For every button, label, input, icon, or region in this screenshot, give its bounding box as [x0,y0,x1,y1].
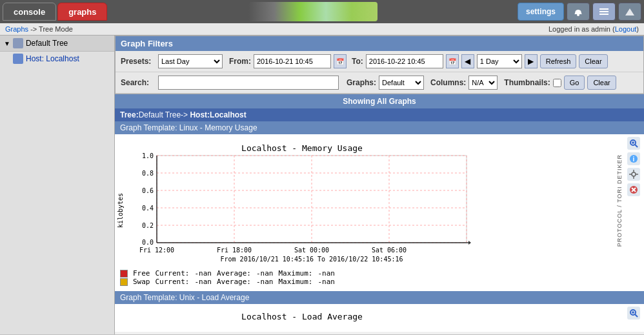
graph1-side-label: PROTOCOL / TORI DETIKER [614,134,625,267]
top-nav: console graphs settings [0,0,644,23]
graph2-template-bar: Graph Template: Unix - Load Average [115,291,644,304]
filters-title-label: Graph Filters [121,39,173,48]
graph1-content: Localhost - Memory Usage kilobytes [115,134,644,267]
graph1-y-axis-label: kilobytes [117,193,124,228]
graph1-from-to: From 2016/10/21 10:45:16 To 2016/10/22 1… [221,256,403,262]
legend-swap-max-val: -nan [317,278,335,286]
graph1-xlabel-1: Fri 18:00 [217,247,252,254]
graph1-zoom-icon[interactable] [627,137,640,150]
bell-icon [572,6,584,17]
sidebar: ▼ Default Tree Host: Localhost [0,36,115,334]
timespan-forward-btn[interactable]: ▶ [525,54,538,68]
tree-path-tree-label: Tree: [120,110,139,119]
host-icon [13,54,23,64]
graph1-delete-icon[interactable] [627,183,640,196]
columns-select[interactable]: N/A [468,76,498,90]
graph2-side-icons [625,304,644,332]
go-button[interactable]: Go [564,76,585,90]
from-calendar-icon[interactable]: 📅 [334,54,347,68]
graph1-xlabel-2: Sat 00:00 [294,247,329,254]
clear-button-1[interactable]: Clear [579,54,607,68]
timespan-back-btn[interactable]: ◀ [461,54,474,68]
breadcrumb-graphs-link[interactable]: Graphs [5,25,28,33]
tree-path-host-label: Host: [190,110,210,119]
graph1-ylabel-0: 1.0 [142,152,154,159]
refresh-button[interactable]: Refresh [540,54,577,68]
search-label: Search: [121,78,153,87]
legend-free-avg-val: -nan [256,269,274,278]
graph1-xlabel-0: Fri 12:00 [139,247,174,254]
tree-path-host-name: Localhost [210,110,247,119]
legend-row-2: Swap Current: -nan Average: -nan Maximum… [120,278,639,286]
graph1-template-label: Graph Template: [120,123,177,132]
graph2-template-name: Unix - Load Average [179,293,250,302]
graph1-ylabel-3: 0.4 [142,205,154,212]
legend-swap-max-label: Maximum: [278,278,312,286]
to-input[interactable] [366,54,443,68]
legend-swap-avg-label: Average: [217,278,251,286]
settings-button[interactable]: settings [518,3,564,21]
graph1-ylabel-2: 0.6 [142,187,154,194]
mountain-icon [624,6,636,17]
filters-row-1: Presets: Last Day From: 📅 To: 📅 ◀ 1 Day … [116,51,643,72]
graph2-wrap: Localhost - Load Average [115,304,644,332]
graph2-zoom-icon[interactable] [627,307,640,320]
sidebar-item-host[interactable]: Host: Localhost [0,52,114,66]
graph2-svg-container: Localhost - Load Average [115,304,625,332]
graphs-tab-label: graphs [68,7,96,17]
graph1-xlabel-3: Sat 06:00 [372,247,407,254]
clear-button-2[interactable]: Clear [587,76,616,90]
nav-icon-lines[interactable] [592,3,616,21]
legend-free-max-label: Maximum: [278,269,312,278]
graphs-filter-label: Graphs: [347,78,376,87]
graph1-template-name: Linux - Memory Usage [179,123,257,132]
logo-area [108,2,518,21]
graph1-settings-icon[interactable] [627,168,640,181]
graph-filters-panel: Graph Filters Presets: Last Day From: 📅 … [115,36,644,94]
logout-link[interactable]: Logout [615,25,637,33]
svg-line-6 [635,145,638,147]
tree-collapse-arrow: ▼ [4,40,10,47]
legend-free-current-label: Current: [156,269,190,278]
tree-path-arrow: -> [181,110,190,119]
console-tab[interactable]: console [3,3,56,21]
svg-text:i: i [633,156,635,163]
zoom-icon [629,138,639,148]
legend-swap-avg-val: -nan [256,278,274,286]
svg-point-11 [632,172,636,176]
graph1-svg-container: Localhost - Memory Usage kilobytes [115,134,614,267]
legend-free-max-val: -nan [317,269,335,278]
timespan-select[interactable]: 1 Day [477,54,522,68]
nav-icon-bell[interactable] [567,3,590,21]
graphs-tab[interactable]: graphs [57,3,107,21]
legend-swap-color [120,278,128,286]
graphs-select[interactable]: Default [379,76,424,90]
graph1-title: Localhost - Memory Usage [241,143,363,153]
graph1-side-text: PROTOCOL / TORI DETIKER [616,154,623,247]
thumbnails-checkbox[interactable] [553,79,561,87]
zoom-icon-2 [629,308,639,318]
svg-rect-2 [599,11,609,12]
graph1-svg: Localhost - Memory Usage kilobytes [115,139,489,262]
search-input[interactable] [158,76,339,90]
from-input[interactable] [254,54,331,68]
tree-path-tree-name: Default Tree [139,110,181,119]
graph1-ylabel-1: 0.8 [142,170,154,177]
breadcrumb-arrow: -> [30,25,37,33]
legend-free-avg-label: Average: [217,269,251,278]
sidebar-host-label: Host: Localhost [26,54,79,63]
tree-path-bar: Tree:Default Tree-> Host:Localhost [115,108,644,121]
legend-free-color [120,270,128,278]
showing-banner: Showing All Graphs [115,94,644,108]
to-calendar-icon[interactable]: 📅 [446,54,459,68]
breadcrumb-bar: Graphs -> Tree Mode Logged in as admin (… [0,23,644,36]
graph1-info-icon[interactable]: i [627,152,640,165]
to-label: To: [352,57,363,66]
sidebar-tree-label: Default Tree [26,39,68,48]
sidebar-tree-header[interactable]: ▼ Default Tree [0,36,114,52]
nav-icon-mountain[interactable] [618,3,641,21]
legend-swap-current-label: Current: [156,278,190,286]
presets-select[interactable]: Last Day [158,54,223,68]
legend-swap-current-val: -nan [194,278,212,286]
graph2-svg: Localhost - Load Average [115,307,489,330]
